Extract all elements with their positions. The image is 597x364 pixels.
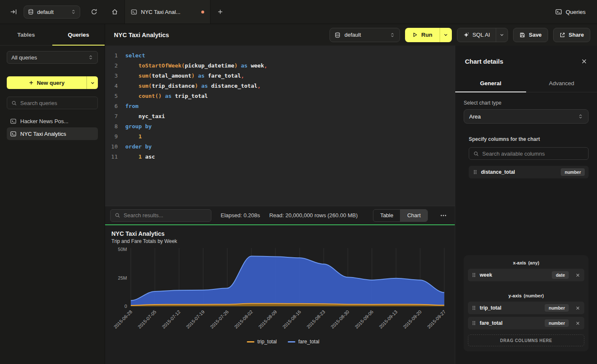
drag-handle-icon[interactable] [471, 305, 476, 311]
code-line[interactable]: 11 1 asc [105, 152, 455, 162]
available-column-distance-total[interactable]: distance_total number [469, 166, 589, 178]
queries-filter-select[interactable]: All queries [7, 51, 98, 64]
code-line[interactable]: 4 sum(trip_distance) as distance_total, [105, 81, 455, 91]
elapsed-stat: Elapsed: 0.208s [221, 212, 260, 218]
legend-item-fare-total[interactable]: fare_total [288, 339, 319, 345]
tab-queries-label: Queries [68, 32, 89, 38]
code-line[interactable]: 7 nyc_taxi [105, 111, 455, 121]
sidebar-tab-queries[interactable]: Queries [52, 24, 105, 45]
unsaved-indicator [201, 11, 204, 13]
drag-handle-icon[interactable] [471, 272, 476, 278]
line-number: 4 [105, 81, 118, 91]
query-database-selector[interactable]: default [330, 28, 400, 42]
home-button[interactable] [105, 0, 124, 24]
svg-text:2015-08-09: 2015-08-09 [257, 309, 278, 329]
topbar-right: Queries [555, 0, 597, 24]
legend-item-trip-total[interactable]: trip_total [247, 339, 277, 345]
area-chart[interactable]: 025M50M2015-06-282015-07-052015-07-12201… [111, 246, 455, 337]
more-options-button[interactable] [437, 212, 450, 219]
line-number: 10 [105, 142, 118, 152]
svg-text:2015-06-28: 2015-06-28 [113, 309, 133, 329]
x-axis-label-row: x-axis(any) [468, 260, 584, 265]
legend-swatch-trip-total [247, 341, 254, 342]
code-line[interactable]: 3 sum(total_amount) as fare_total, [105, 71, 455, 81]
table-view-button[interactable]: Table [373, 210, 400, 221]
topbar: default NYC Taxi Anal... Querie [0, 0, 597, 24]
chart-type-value: Area [469, 113, 578, 120]
save-button[interactable]: Save [513, 28, 548, 42]
code-line[interactable]: 2 toStartOfWeek(pickup_datetime) as week… [105, 61, 455, 71]
collapse-sidebar-icon [10, 8, 17, 15]
column-type-badge: number [545, 319, 569, 327]
topbar-left: default [0, 0, 105, 24]
legend-swatch-fare-total [288, 341, 295, 342]
code-line[interactable]: 5 count() as trip_total [105, 91, 455, 101]
code-line[interactable]: 6from [105, 101, 455, 111]
database-selector[interactable]: default [24, 5, 80, 19]
run-dropdown-button[interactable] [440, 28, 452, 42]
sql-editor[interactable]: 1select2 toStartOfWeek(pickup_datetime) … [105, 46, 455, 206]
svg-text:2015-08-23: 2015-08-23 [305, 309, 326, 329]
remove-column-button[interactable] [575, 305, 581, 311]
query-list-item-hacker-news[interactable]: Hacker News Pos... [7, 115, 98, 127]
sidebar-tab-tables[interactable]: Tables [0, 24, 52, 45]
code-line[interactable]: 10order by [105, 142, 455, 152]
query-icon [131, 9, 137, 15]
y-axis-item-trip-total[interactable]: trip_total number [468, 302, 584, 314]
remove-column-button[interactable] [575, 272, 581, 278]
share-icon [559, 32, 565, 38]
results-search-input[interactable] [124, 212, 207, 218]
remove-column-button[interactable] [575, 320, 581, 326]
code-line[interactable]: 8group by [105, 121, 455, 132]
drag-handle-icon[interactable] [473, 169, 478, 175]
run-button-label: Run [421, 32, 432, 38]
refresh-button[interactable] [89, 7, 99, 17]
sidebar: Tables Queries All queries New query [0, 24, 105, 364]
play-icon [412, 32, 418, 38]
columns-label: Specify columns for the chart [469, 136, 589, 142]
sparkle-icon [463, 32, 469, 38]
chart-type-select[interactable]: Area [464, 109, 589, 124]
new-query-label: New query [37, 80, 65, 86]
run-split-button: Run [405, 28, 451, 42]
body: Tables Queries All queries New query [0, 24, 597, 364]
chevron-down-icon [500, 32, 504, 37]
tab-general[interactable]: General [455, 75, 526, 92]
y-axis-group: y-axis(number) trip_total number [468, 293, 584, 346]
search-icon [473, 151, 479, 156]
code-line[interactable]: 1select [105, 51, 455, 61]
share-button[interactable]: Share [553, 28, 590, 42]
drop-zone[interactable]: DRAG COLUMNS HERE [468, 334, 584, 346]
search-icon [115, 213, 120, 218]
sql-ai-dropdown-button[interactable] [496, 28, 508, 42]
collapse-sidebar-button[interactable] [8, 7, 19, 17]
new-query-dropdown-button[interactable] [86, 76, 98, 89]
svg-text:2015-08-16: 2015-08-16 [281, 309, 302, 329]
share-button-label: Share [569, 32, 584, 38]
query-icon [555, 8, 562, 15]
tab-nyc-taxi-analytics[interactable]: NYC Taxi Anal... [124, 0, 211, 24]
chevron-up-down-icon [578, 114, 583, 119]
query-icon [10, 131, 16, 137]
y-axis-item-fare-total[interactable]: fare_total number [468, 317, 584, 329]
main-header: NYC Taxi Analytics default Run [105, 24, 597, 46]
svg-text:50M: 50M [118, 247, 127, 252]
code-line[interactable]: 9 1 [105, 132, 455, 142]
x-axis-item-week[interactable]: week date [468, 269, 584, 281]
close-panel-button[interactable] [581, 58, 587, 65]
panel-header: Chart details [455, 46, 597, 65]
drag-handle-icon[interactable] [471, 320, 476, 326]
chart-view-button[interactable]: Chart [400, 210, 427, 221]
sql-ai-button[interactable]: SQL AI [457, 28, 496, 42]
tab-advanced[interactable]: Advanced [526, 75, 597, 92]
new-tab-button[interactable] [211, 0, 230, 24]
columns-search-input[interactable] [482, 151, 584, 157]
table-view-label: Table [380, 212, 393, 218]
queries-button[interactable]: Queries [555, 8, 586, 15]
chart-details-panel: Chart details General Advanced [455, 46, 597, 364]
new-query-split-button: New query [7, 76, 98, 89]
query-list-item-nyc-taxi[interactable]: NYC Taxi Analytics [7, 127, 98, 140]
new-query-button[interactable]: New query [7, 76, 86, 89]
run-button[interactable]: Run [405, 28, 439, 42]
sidebar-search-input[interactable] [20, 100, 93, 106]
